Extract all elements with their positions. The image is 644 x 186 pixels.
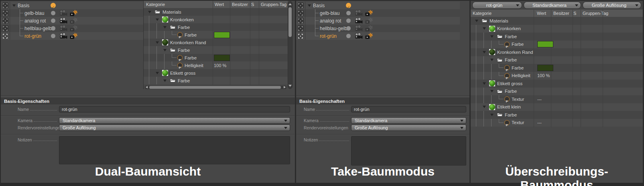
camera-toggle-icon[interactable] [59, 18, 68, 24]
expand-arrow-icon[interactable] [162, 26, 170, 29]
tree-row[interactable]: Helligkeit100 % [144, 61, 288, 69]
take-marker-icon[interactable] [298, 2, 304, 8]
expand-arrow-icon[interactable] [154, 41, 162, 44]
tree-row[interactable]: Farbe [144, 77, 288, 84]
active-take-check-icon[interactable] [51, 3, 56, 8]
tree-row[interactable]: Farbe [144, 54, 288, 61]
tree-row[interactable]: Textur--- [471, 95, 643, 103]
tree-row[interactable]: Farbe [144, 46, 288, 54]
tree-row[interactable]: Farbe [471, 88, 643, 96]
value-cell[interactable]: --- [537, 119, 542, 127]
take-state-dot-icon[interactable] [346, 26, 351, 31]
value-cell[interactable]: 100 % [537, 72, 550, 80]
camera-selector-dropdown[interactable]: Standardkamera [524, 2, 581, 9]
take-marker-icon[interactable] [2, 2, 8, 8]
tree-row[interactable]: Kronkorken Rand [471, 48, 643, 56]
color-swatch[interactable] [537, 41, 553, 47]
value-cell[interactable] [537, 64, 553, 72]
take-row[interactable]: hellblau-gelb [1, 25, 143, 32]
take-row[interactable]: rot-grün [296, 32, 460, 40]
expand-arrow-icon[interactable] [481, 27, 489, 30]
render-settings-toggle-icon[interactable] [70, 10, 78, 16]
tree-row[interactable]: Etikett gross [471, 80, 643, 88]
take-row[interactable]: gelb-blau [296, 9, 460, 17]
camera-toggle-icon[interactable] [355, 33, 364, 39]
expand-arrow-icon[interactable] [489, 90, 497, 92]
take-row[interactable]: Basis [296, 2, 460, 9]
tree-row[interactable]: Farbe [144, 23, 288, 31]
expand-arrow-icon[interactable] [489, 59, 497, 61]
take-marker-icon[interactable] [298, 10, 304, 16]
take-state-dot-icon[interactable] [51, 34, 55, 38]
horizontal-scrollbar-thumb[interactable] [149, 86, 281, 89]
value-cell[interactable] [214, 54, 230, 61]
expand-arrow-icon[interactable] [154, 18, 162, 21]
tree-row[interactable]: Farbe [471, 33, 643, 41]
take-state-dot-icon[interactable] [346, 34, 351, 38]
take-state-dot-icon[interactable] [51, 26, 55, 31]
color-swatch[interactable] [214, 32, 230, 38]
render-settings-toggle-icon[interactable] [365, 25, 373, 32]
name-input[interactable] [59, 106, 290, 112]
value-cell[interactable] [537, 41, 553, 49]
expand-arrow-icon[interactable] [10, 4, 17, 7]
expand-arrow-icon[interactable] [481, 51, 489, 53]
value-cell[interactable]: --- [537, 95, 542, 103]
render-settings-toggle-icon[interactable] [70, 33, 78, 39]
take-state-dot-icon[interactable] [51, 11, 55, 15]
render-settings-dropdown[interactable]: Große Auflösung [351, 125, 466, 131]
take-marker-icon[interactable] [2, 33, 8, 39]
take-row[interactable]: gelb-blau [1, 9, 143, 17]
value-cell[interactable] [214, 31, 230, 39]
tree-row[interactable]: Etikett klein [471, 103, 643, 111]
expand-arrow-icon[interactable] [147, 11, 154, 13]
expand-arrow-icon[interactable] [481, 82, 489, 85]
camera-toggle-icon[interactable] [59, 25, 68, 31]
camera-dropdown[interactable]: Standardkamera [59, 117, 290, 124]
take-selector-dropdown[interactable]: rot-grün [472, 2, 522, 9]
value-cell[interactable]: 100 % [214, 61, 226, 69]
notes-textarea[interactable] [59, 136, 290, 164]
take-row[interactable]: rot-grün [1, 32, 143, 40]
take-row[interactable]: analog rot [296, 17, 460, 25]
name-input[interactable] [351, 106, 466, 112]
camera-toggle-icon[interactable] [355, 25, 364, 31]
tree-row[interactable]: Textur--- [471, 119, 643, 127]
scroll-right-arrow-icon[interactable] [284, 86, 286, 88]
expand-arrow-icon[interactable] [162, 49, 170, 51]
camera-toggle-icon[interactable] [59, 33, 68, 39]
expand-arrow-icon[interactable] [474, 20, 481, 22]
render-setting-selector-dropdown[interactable]: Große Auflösung [583, 2, 641, 9]
take-marker-icon[interactable] [298, 18, 304, 24]
tree-row[interactable]: Helligkeit100 % [471, 72, 643, 80]
camera-dropdown[interactable]: Standardkamera [351, 117, 466, 124]
horizontal-scrollbar[interactable] [145, 86, 286, 89]
take-marker-icon[interactable] [2, 18, 8, 24]
notes-textarea[interactable] [351, 136, 466, 166]
take-state-dot-icon[interactable] [51, 18, 55, 23]
scroll-left-arrow-icon[interactable] [146, 86, 148, 88]
tree-row[interactable]: Materials [471, 17, 643, 25]
camera-toggle-icon[interactable] [59, 10, 68, 16]
tree-row[interactable]: Kronkorken Rand [144, 39, 288, 46]
take-marker-icon[interactable] [298, 25, 304, 31]
tree-row[interactable]: Farbe [144, 31, 288, 39]
scroll-down-arrow-icon[interactable] [288, 85, 292, 87]
take-marker-icon[interactable] [298, 33, 304, 39]
take-state-dot-icon[interactable] [346, 11, 351, 15]
expand-arrow-icon[interactable] [489, 114, 497, 116]
tree-row[interactable]: Farbe [471, 56, 643, 64]
vertical-scrollbar[interactable] [288, 1, 293, 89]
take-row[interactable]: Basis [1, 2, 143, 9]
color-swatch[interactable] [537, 65, 553, 71]
tree-row[interactable]: Farbe [471, 64, 643, 72]
color-swatch[interactable] [214, 55, 230, 61]
vertical-scrollbar-thumb[interactable] [288, 7, 292, 37]
take-state-dot-icon[interactable] [346, 18, 351, 23]
expand-arrow-icon[interactable] [162, 80, 170, 82]
tree-row[interactable]: Materials [144, 8, 288, 16]
expand-arrow-icon[interactable] [481, 106, 489, 108]
take-row[interactable]: hellblau-gelb [296, 25, 460, 32]
render-settings-toggle-icon[interactable] [365, 18, 373, 24]
active-take-check-icon[interactable] [346, 3, 351, 8]
